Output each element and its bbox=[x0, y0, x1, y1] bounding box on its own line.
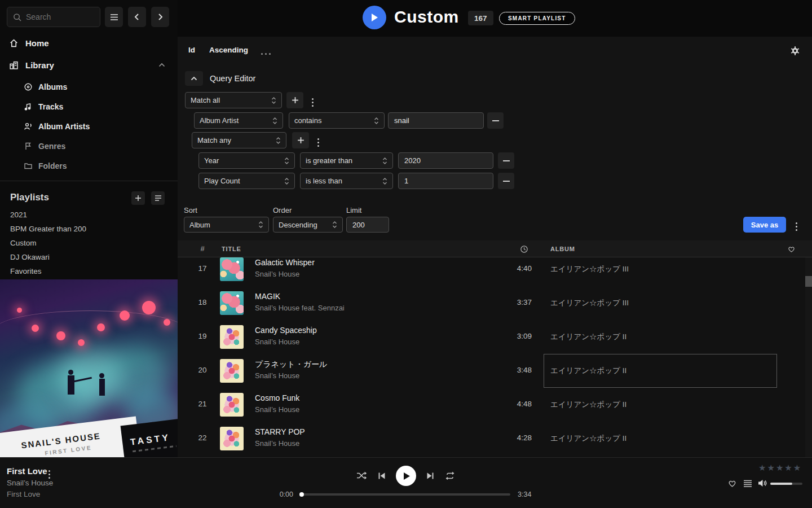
rule-field-select[interactable]: Album Artist bbox=[194, 112, 283, 129]
now-playing-artist[interactable]: Snail’s House bbox=[7, 479, 53, 487]
seek-slider[interactable] bbox=[302, 493, 510, 496]
rule-field-select[interactable]: Play Count bbox=[198, 173, 295, 189]
album-art-thumbnail[interactable] bbox=[220, 359, 244, 383]
query-editor-collapse-button[interactable] bbox=[185, 71, 203, 86]
group-options-kebab-icon[interactable] bbox=[310, 96, 316, 109]
sidebar-item-album-artists[interactable]: Album Artists bbox=[0, 116, 178, 136]
rating-stars[interactable]: ★ ★ ★ ★ ★ bbox=[758, 463, 801, 473]
save-options-kebab-icon[interactable] bbox=[793, 220, 800, 233]
favorite-button[interactable] bbox=[727, 479, 737, 488]
rule-value-input[interactable] bbox=[398, 152, 493, 169]
playlist-item-2021[interactable]: 2021 bbox=[10, 208, 168, 222]
playlist-item-dj-okawari[interactable]: DJ Okawari bbox=[10, 250, 168, 264]
sidebar-item-genres[interactable]: Genres bbox=[0, 136, 178, 156]
scrollbar-track[interactable] bbox=[805, 257, 812, 457]
add-rule-button[interactable] bbox=[292, 132, 309, 148]
table-row[interactable]: 21 Cosmo Funk Snail’s House 4:48 エイリアン☆ポ… bbox=[178, 388, 812, 422]
rule-operator-select[interactable]: contains bbox=[289, 112, 385, 129]
volume-icon[interactable] bbox=[758, 479, 767, 488]
track-title[interactable]: STARRY POP bbox=[255, 427, 305, 436]
table-row[interactable]: 17 Galactic Whisper Snail’s House 4:40 エ… bbox=[178, 257, 812, 286]
track-artist[interactable]: Snail’s House bbox=[255, 439, 299, 448]
nav-back-button[interactable] bbox=[128, 7, 146, 27]
more-options-icon[interactable] bbox=[261, 53, 271, 55]
sort-direction-button[interactable]: Ascending bbox=[209, 46, 248, 54]
album-art-thumbnail[interactable] bbox=[220, 257, 244, 281]
rule-field-select[interactable]: Year bbox=[198, 152, 295, 169]
track-album[interactable]: エイリアン☆ポップ II bbox=[550, 332, 776, 342]
track-title[interactable]: MAGIK bbox=[255, 292, 280, 301]
track-title[interactable]: Cosmo Funk bbox=[255, 393, 299, 402]
order-select[interactable]: Descending bbox=[273, 217, 343, 233]
track-artist[interactable]: Snail’s House bbox=[255, 371, 299, 380]
remove-rule-button[interactable] bbox=[498, 173, 514, 189]
sort-field-button[interactable]: Id bbox=[188, 46, 195, 54]
now-playing-artwork[interactable]: SNAIL'S HOUSE FIRST LOVE TASTY bbox=[0, 279, 178, 457]
remove-rule-button[interactable] bbox=[498, 152, 514, 169]
table-row[interactable]: 22 STARRY POP Snail’s House 4:28 エイリアン☆ポ… bbox=[178, 422, 812, 456]
favorite-heart-icon[interactable] bbox=[787, 245, 796, 253]
rule-value-input[interactable] bbox=[398, 173, 493, 189]
play-pause-button[interactable] bbox=[396, 466, 416, 486]
track-artist[interactable]: Snail’s House bbox=[255, 405, 299, 414]
album-art-thumbnail[interactable] bbox=[220, 325, 244, 349]
star-icon[interactable]: ★ bbox=[793, 463, 801, 473]
column-header-index[interactable]: # bbox=[191, 244, 214, 253]
match-type-select[interactable]: Match all bbox=[185, 92, 282, 108]
repeat-button[interactable] bbox=[445, 471, 455, 480]
rule-operator-select[interactable]: is greater than bbox=[300, 152, 393, 169]
seek-slider-knob[interactable] bbox=[299, 492, 304, 497]
sidebar-item-folders[interactable]: Folders bbox=[0, 156, 178, 176]
search-box[interactable] bbox=[7, 7, 100, 27]
column-header-title[interactable]: TITLE bbox=[222, 246, 241, 252]
table-row[interactable]: 19 Candy Spaceship Snail’s House 3:09 エイ… bbox=[178, 320, 812, 354]
star-icon[interactable]: ★ bbox=[784, 463, 792, 473]
rule-operator-select[interactable]: is less than bbox=[300, 173, 393, 189]
play-playlist-button[interactable] bbox=[363, 6, 386, 29]
track-artist[interactable]: Snail’s House feat. Sennzai bbox=[255, 304, 345, 312]
album-art-thumbnail[interactable] bbox=[220, 427, 244, 450]
scrollbar-thumb[interactable] bbox=[805, 276, 812, 287]
table-row[interactable]: 20 プラネット・ガール Snail’s House 3:48 エイリアン☆ポッ… bbox=[178, 354, 812, 388]
now-playing-title[interactable]: First Love bbox=[7, 466, 47, 476]
add-rule-button[interactable] bbox=[286, 92, 303, 108]
playlist-list-button[interactable] bbox=[151, 191, 165, 205]
track-album[interactable]: エイリアン☆ポップ II bbox=[550, 433, 776, 444]
star-icon[interactable]: ★ bbox=[776, 463, 783, 473]
now-playing-album[interactable]: First Love bbox=[7, 490, 40, 498]
album-art-thumbnail[interactable] bbox=[220, 291, 244, 315]
star-icon[interactable]: ★ bbox=[767, 463, 774, 473]
previous-track-button[interactable] bbox=[377, 471, 386, 480]
track-artist[interactable]: Snail’s House bbox=[255, 270, 299, 278]
next-track-button[interactable] bbox=[426, 471, 435, 480]
star-icon[interactable]: ★ bbox=[758, 463, 766, 473]
settings-gear-icon[interactable] bbox=[790, 46, 800, 56]
limit-input[interactable] bbox=[346, 217, 389, 233]
rule-value-input[interactable] bbox=[388, 112, 484, 129]
menu-button[interactable] bbox=[105, 7, 123, 27]
add-playlist-button[interactable] bbox=[131, 191, 145, 205]
duration-clock-icon[interactable] bbox=[520, 245, 528, 253]
column-header-album[interactable]: ALBUM bbox=[550, 246, 575, 252]
album-art-thumbnail[interactable] bbox=[220, 393, 244, 417]
track-artist[interactable]: Snail’s House bbox=[255, 338, 299, 346]
nav-forward-button[interactable] bbox=[151, 7, 169, 27]
track-title[interactable]: Candy Spaceship bbox=[255, 326, 317, 335]
track-album[interactable]: エイリアン☆ポップ II bbox=[550, 400, 776, 410]
sidebar-item-library[interactable]: Library bbox=[0, 56, 178, 73]
table-row[interactable]: 18 MAGIK Snail’s House feat. Sennzai 3:3… bbox=[178, 286, 812, 320]
sidebar-item-tracks[interactable]: Tracks bbox=[0, 97, 178, 116]
track-album[interactable]: エイリアン☆ポップ III bbox=[550, 264, 776, 274]
group-options-kebab-icon[interactable] bbox=[315, 136, 321, 149]
track-title[interactable]: Galactic Whisper bbox=[255, 258, 315, 267]
shuffle-button[interactable] bbox=[356, 471, 367, 480]
sidebar-item-albums[interactable]: Albums bbox=[0, 77, 178, 97]
sort-select[interactable]: Album bbox=[184, 217, 269, 233]
queue-button[interactable] bbox=[743, 480, 752, 487]
playlist-item-bpm[interactable]: BPM Greater than 200 bbox=[10, 222, 168, 236]
track-title[interactable]: プラネット・ガール bbox=[255, 360, 327, 370]
remove-rule-button[interactable] bbox=[487, 112, 504, 129]
playlist-item-custom[interactable]: Custom bbox=[10, 236, 168, 250]
sidebar-item-home[interactable]: Home bbox=[0, 34, 178, 51]
match-type-select[interactable]: Match any bbox=[192, 132, 286, 148]
